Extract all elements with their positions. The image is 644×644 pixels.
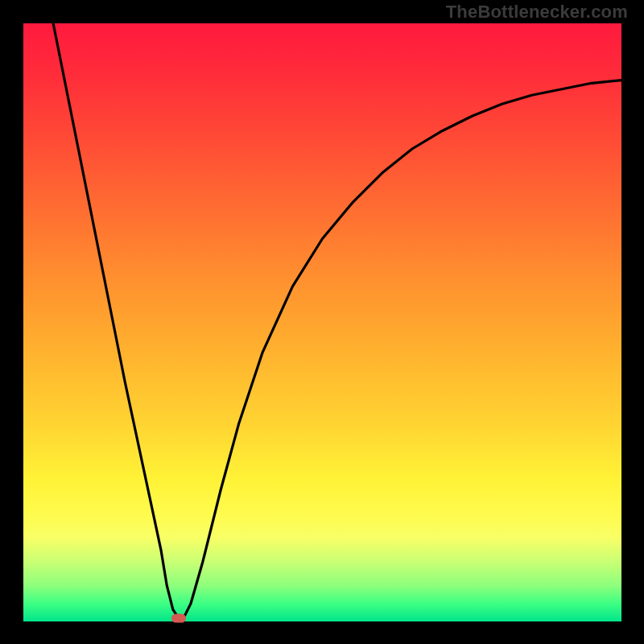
bottleneck-curve <box>23 23 621 621</box>
minimum-marker <box>171 614 186 623</box>
plot-area <box>23 23 621 621</box>
chart-frame: TheBottlenecker.com <box>0 0 644 644</box>
watermark-text: TheBottlenecker.com <box>446 2 628 23</box>
